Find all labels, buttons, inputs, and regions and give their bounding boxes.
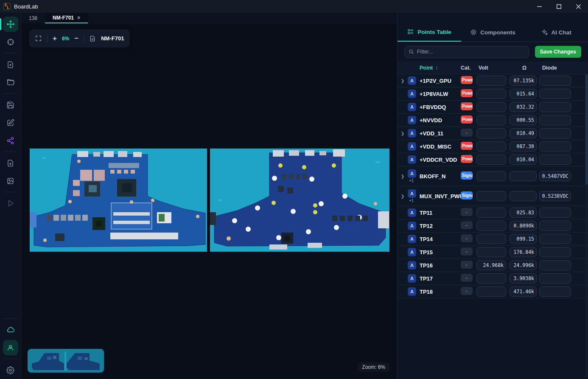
table-row[interactable]: A+VDD_MISCPower	[398, 140, 588, 153]
diode-input[interactable]	[539, 191, 571, 201]
table-row[interactable]: A+NVVDDPower	[398, 114, 588, 127]
new-file-button[interactable]	[3, 57, 18, 72]
run-button[interactable]	[3, 196, 18, 211]
ohm-input[interactable]	[510, 171, 537, 181]
edit-annotations-button[interactable]	[3, 115, 18, 130]
volt-input[interactable]	[476, 286, 506, 297]
diode-input[interactable]	[539, 171, 571, 181]
ohm-input[interactable]	[510, 141, 537, 152]
doc-tab-138[interactable]: 138	[21, 13, 45, 23]
ohm-input[interactable]	[510, 154, 537, 165]
diode-input[interactable]	[539, 286, 571, 297]
volt-input[interactable]	[476, 247, 506, 257]
diode-input[interactable]	[539, 234, 571, 244]
ohm-input[interactable]	[510, 102, 537, 112]
volt-input[interactable]	[476, 102, 506, 112]
zoom-out-button[interactable]: −	[74, 35, 78, 42]
maximize-button[interactable]	[549, 0, 568, 13]
row-expand-chevron[interactable]: ❯	[398, 174, 408, 179]
ohm-input[interactable]	[510, 191, 537, 201]
ohm-input[interactable]	[510, 208, 537, 218]
ohm-input[interactable]	[510, 247, 537, 257]
table-row[interactable]: ATP16-	[398, 259, 588, 272]
table-row[interactable]: A+FBVDDQPower	[398, 101, 588, 114]
filter-box[interactable]	[404, 46, 529, 58]
volt-input[interactable]	[476, 154, 506, 165]
panel-scrollbar[interactable]	[585, 74, 588, 377]
table-row[interactable]: ATP15-	[398, 246, 588, 259]
ohm-input[interactable]	[510, 286, 537, 297]
column-ohm[interactable]: Ω	[510, 65, 539, 71]
table-row[interactable]: ATP11-	[398, 206, 588, 219]
ohm-input[interactable]	[510, 273, 537, 284]
volt-input[interactable]	[476, 89, 506, 99]
diode-input[interactable]	[539, 115, 571, 125]
volt-input[interactable]	[476, 171, 506, 181]
board-canvas[interactable]: + 6% − NM-F701	[21, 23, 397, 379]
tab-ai-chat[interactable]: AI Chat	[524, 23, 588, 42]
volt-input[interactable]	[476, 273, 506, 284]
diode-input[interactable]	[539, 102, 571, 112]
row-expand-chevron[interactable]: ❯	[398, 79, 408, 83]
table-row[interactable]: ❯A+1MUX_INVT_PWMSignal	[398, 186, 588, 206]
volt-input[interactable]	[476, 234, 506, 244]
open-folder-button[interactable]	[3, 75, 18, 90]
export-file-button[interactable]	[3, 155, 18, 171]
save-changes-button[interactable]: Save Changes	[535, 46, 581, 58]
filter-input[interactable]	[417, 49, 525, 55]
table-row[interactable]: ATP14-	[398, 233, 588, 246]
close-button[interactable]	[568, 0, 588, 13]
table-row[interactable]: ❯A+1P2V_GPUPower	[398, 74, 588, 87]
volt-input[interactable]	[476, 208, 506, 218]
diode-input[interactable]	[539, 154, 571, 165]
diode-input[interactable]	[539, 247, 571, 257]
doc-tab-nm-f701[interactable]: NM-F701 ×	[45, 13, 88, 23]
row-expand-chevron[interactable]: ❯	[398, 131, 408, 136]
ohm-input[interactable]	[510, 115, 537, 125]
tab-close-icon[interactable]: ×	[77, 15, 80, 21]
diode-input[interactable]	[539, 89, 571, 99]
ohm-input[interactable]	[510, 260, 537, 270]
diode-input[interactable]	[539, 128, 571, 138]
volt-input[interactable]	[476, 260, 506, 270]
table-row[interactable]: A+VDDCR_VDDPower	[398, 153, 588, 166]
minimap[interactable]	[28, 349, 104, 373]
volt-input[interactable]	[476, 115, 506, 125]
ohm-input[interactable]	[510, 221, 537, 231]
target-tool-button[interactable]	[3, 34, 18, 50]
move-tool-button[interactable]	[3, 17, 18, 32]
diode-input[interactable]	[539, 273, 571, 284]
diode-input[interactable]	[539, 208, 571, 218]
board-photo-back[interactable]	[210, 149, 389, 252]
diode-input[interactable]	[539, 221, 571, 231]
table-row[interactable]: ❯A+1BKOFF_NSignal	[398, 166, 588, 186]
share-button[interactable]	[3, 133, 18, 148]
ohm-input[interactable]	[510, 128, 537, 138]
diode-input[interactable]	[539, 76, 571, 86]
table-row[interactable]: A+1P8VALWPower	[398, 87, 588, 101]
column-diode[interactable]: Diode	[539, 65, 576, 71]
tab-points-table[interactable]: Points Table	[398, 23, 461, 42]
column-volt[interactable]: Volt	[476, 65, 510, 71]
row-expand-chevron[interactable]: ❯	[398, 194, 408, 199]
tab-components[interactable]: Components	[461, 23, 525, 42]
ohm-input[interactable]	[510, 76, 537, 86]
settings-button[interactable]	[3, 362, 18, 378]
diode-input[interactable]	[539, 141, 571, 152]
export-image-button[interactable]	[3, 173, 18, 188]
diode-input[interactable]	[539, 260, 571, 270]
table-row[interactable]: ATP18-	[398, 285, 588, 298]
minimize-button[interactable]	[529, 0, 549, 13]
volt-input[interactable]	[476, 221, 506, 231]
volt-input[interactable]	[476, 191, 506, 201]
table-row[interactable]: ATP17-	[398, 272, 588, 285]
ohm-input[interactable]	[510, 89, 537, 99]
user-account-button[interactable]	[3, 340, 18, 355]
column-point[interactable]: Point↑	[420, 65, 461, 71]
ohm-input[interactable]	[510, 234, 537, 244]
cloud-sync-button[interactable]	[3, 322, 18, 337]
table-row[interactable]: ATP12-	[398, 219, 588, 233]
board-photo-front[interactable]	[30, 149, 207, 252]
column-cat[interactable]: Cat.	[461, 65, 476, 71]
zoom-in-button[interactable]: +	[53, 35, 57, 42]
